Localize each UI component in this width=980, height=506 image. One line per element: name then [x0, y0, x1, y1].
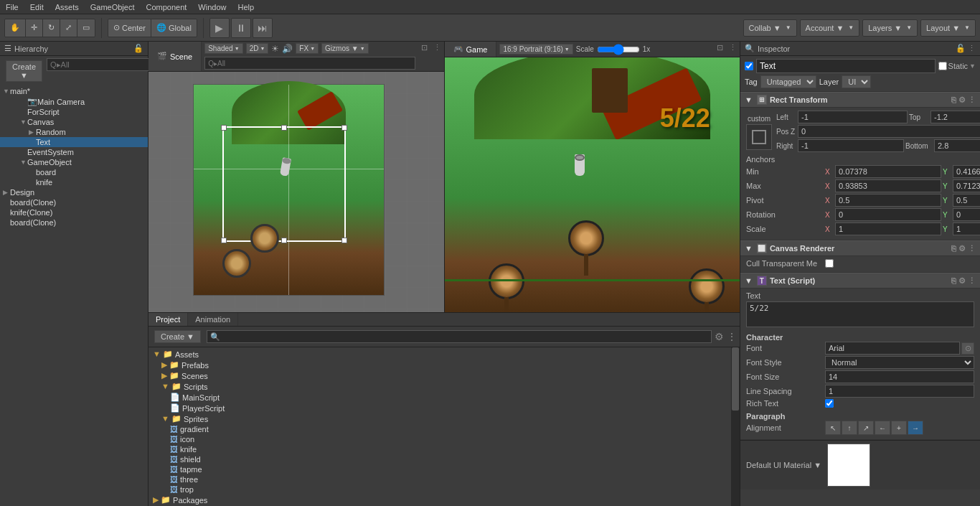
canvas-foldout[interactable]: ▼	[745, 244, 753, 253]
pivot-x-input[interactable]	[835, 194, 941, 207]
mode-dropdown[interactable]: 2D	[246, 43, 269, 54]
project-settings[interactable]: ⚙	[715, 331, 724, 342]
project-create-button[interactable]: Create ▼	[154, 330, 201, 343]
cr-copy-icon[interactable]: ⎘	[951, 244, 956, 253]
tree-item-main[interactable]: ▼ main*	[0, 86, 148, 96]
scene-maximize[interactable]: ⊡	[418, 42, 430, 71]
proj-icon[interactable]: 🖼 icon	[150, 434, 730, 444]
align-right-top[interactable]: ↗	[858, 421, 874, 435]
tree-item-boardclone2[interactable]: board(Clone)	[0, 217, 148, 228]
resolution-dropdown[interactable]: 16:9 Portrait (9:16)	[499, 44, 573, 55]
proj-gradient[interactable]: 🖼 gradient	[150, 424, 730, 434]
layer-dropdown[interactable]: UI	[842, 75, 871, 88]
posz-input[interactable]	[798, 125, 980, 138]
scrollbar-thumb[interactable]	[732, 347, 739, 411]
tree-item-forscript[interactable]: ForScript	[0, 107, 148, 117]
tree-item-canvas[interactable]: ▼ Canvas	[0, 117, 148, 127]
tree-item-random[interactable]: ▶ Random	[0, 127, 148, 137]
rect-more-icon[interactable]: ⋮	[968, 95, 976, 105]
preview-material-label[interactable]: Default UI Material ▼	[746, 461, 821, 469]
bottom-input[interactable]	[934, 139, 980, 152]
scene-more[interactable]: ⋮	[430, 42, 444, 71]
game-canvas[interactable]: 5/22	[445, 57, 740, 312]
tree-item-maincamera[interactable]: 📷 Main Camera	[0, 96, 148, 107]
menu-component[interactable]: Component	[140, 1, 192, 13]
max-y-input[interactable]	[953, 179, 980, 192]
align-left-mid[interactable]: ←	[875, 421, 890, 435]
top-input[interactable]	[930, 111, 980, 123]
tree-item-board[interactable]: board	[0, 167, 148, 177]
proj-mainscript[interactable]: 📄 MainScript	[150, 392, 730, 403]
project-tab[interactable]: Project	[149, 313, 188, 326]
static-checkbox[interactable]	[938, 62, 947, 70]
proj-shield[interactable]: 🖼 shield	[150, 454, 730, 464]
menu-help[interactable]: Help	[232, 1, 260, 13]
inspector-lock[interactable]: 🔓	[956, 44, 966, 53]
rich-text-checkbox[interactable]	[825, 399, 834, 408]
gizmos-dropdown[interactable]: Gizmos ▼	[321, 43, 369, 54]
scale-y-input[interactable]	[953, 222, 980, 235]
proj-scenes[interactable]: ▶ 📁 Scenes	[150, 370, 730, 381]
audio-icon[interactable]: 🔊	[282, 44, 293, 54]
cull-checkbox[interactable]	[825, 259, 834, 268]
proj-scripts[interactable]: ▼ 📁 Scripts	[150, 381, 730, 392]
object-active-checkbox[interactable]	[745, 62, 753, 70]
text-foldout[interactable]: ▼	[745, 276, 753, 285]
hierarchy-lock[interactable]: 🔓	[133, 44, 143, 53]
hierarchy-search-input[interactable]	[47, 58, 153, 71]
canvas-renderer-header[interactable]: ▼ ⬜ Canvas Renderer ⎘ ⚙ ⋮	[740, 240, 980, 256]
pivot-y-input[interactable]	[953, 194, 980, 207]
step-button[interactable]: ⏭	[253, 18, 273, 38]
text-value-input[interactable]: 5/22	[746, 301, 974, 327]
tree-item-knife[interactable]: knife	[0, 177, 148, 187]
light-icon[interactable]: ☀	[271, 44, 279, 54]
proj-three[interactable]: 🖼 three	[150, 474, 730, 484]
font-size-input[interactable]	[825, 370, 974, 383]
game-more[interactable]: ⋮	[726, 42, 740, 57]
rot-x-input[interactable]	[835, 208, 941, 221]
account-button[interactable]: Account ▼	[800, 19, 860, 37]
proj-assets-root[interactable]: ▼ 📁 Assets	[150, 349, 730, 360]
min-y-input[interactable]	[953, 165, 980, 178]
layout-button[interactable]: Layout ▼	[920, 19, 976, 37]
center-button[interactable]: ⊙ Center	[108, 19, 151, 37]
rect-foldout[interactable]: ▼	[745, 95, 753, 104]
project-search-input[interactable]	[207, 330, 712, 343]
game-tab[interactable]: 🎮 Game	[445, 42, 497, 57]
proj-sprites[interactable]: ▼ 📁 Sprites	[150, 413, 730, 424]
proj-playerscript[interactable]: 📄 PlayerScript	[150, 403, 730, 413]
menu-assets[interactable]: Assets	[50, 1, 85, 13]
move-tool[interactable]: ✛	[26, 19, 43, 37]
left-input[interactable]	[798, 111, 908, 123]
proj-knife[interactable]: 🖼 knife	[150, 444, 730, 454]
effects-dropdown[interactable]: FX	[296, 43, 319, 54]
tree-item-gameobject[interactable]: ▼ GameObject	[0, 157, 148, 167]
static-dropdown[interactable]: ▼	[969, 62, 976, 70]
pause-button[interactable]: ⏸	[231, 18, 251, 38]
font-select-icon[interactable]: ⊙	[961, 342, 974, 355]
rotate-tool[interactable]: ↻	[43, 19, 60, 37]
collab-button[interactable]: Collab ▼	[743, 19, 797, 37]
line-spacing-input[interactable]	[825, 385, 974, 398]
scale-tool[interactable]: ⤢	[60, 19, 77, 37]
min-x-input[interactable]	[835, 165, 941, 178]
proj-packages[interactable]: ▶ 📁 Packages	[150, 495, 730, 505]
tree-item-design[interactable]: ▶ Design	[0, 187, 148, 197]
hand-tool[interactable]: ✋	[5, 19, 26, 37]
game-maximize[interactable]: ⊡	[714, 42, 726, 57]
anchor-preset-btn[interactable]	[746, 124, 772, 150]
layers-button[interactable]: Layers ▼	[862, 19, 918, 37]
rect-paste-icon[interactable]: ⚙	[958, 95, 966, 105]
tree-item-knifeclone[interactable]: knife(Clone)	[0, 207, 148, 217]
align-center-mid[interactable]: +	[891, 421, 907, 435]
right-input[interactable]	[798, 139, 904, 152]
max-x-input[interactable]	[835, 179, 941, 192]
text-script-header[interactable]: ▼ T Text (Script) ⎘ ⚙ ⋮	[740, 273, 980, 289]
align-right-mid[interactable]: →	[908, 421, 923, 435]
scale-x-input[interactable]	[835, 222, 941, 235]
project-more[interactable]: ⋮	[727, 331, 737, 342]
inspector-more[interactable]: ⋮	[968, 44, 976, 53]
menu-window[interactable]: Window	[192, 1, 232, 13]
tag-dropdown[interactable]: Untagged	[760, 75, 816, 88]
rect-transform-header[interactable]: ▼ ⊞ Rect Transform ⎘ ⚙ ⋮	[740, 92, 980, 108]
